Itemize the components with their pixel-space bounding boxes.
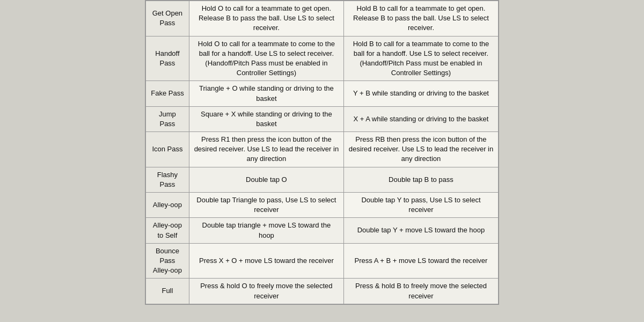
row-label-3: Jump Pass [146,106,189,131]
ps-desc-8: Press X + O + move LS toward the receive… [189,243,343,279]
row-label-0: Get Open Pass [146,1,189,36]
ps-desc-5: Double tap O [189,167,343,192]
ps-desc-6: Double tap Triangle to pass, Use LS to s… [189,193,343,218]
row-label-4: Icon Pass [146,132,189,167]
ps-desc-9: Press & hold O to freely move the select… [189,279,343,304]
ps-desc-7: Double tap triangle + move LS toward the… [189,218,343,243]
ps-desc-4: Press R1 then press the icon button of t… [189,132,343,167]
row-label-1: Handoff Pass [146,36,189,81]
xbox-desc-3: X + A while standing or driving to the b… [343,106,498,131]
xbox-desc-4: Press RB then press the icon button of t… [343,132,498,167]
xbox-desc-5: Double tap B to pass [343,167,498,192]
row-label-5: Flashy Pass [146,167,189,192]
row-label-7: Alley-oop to Self [146,218,189,243]
xbox-desc-7: Double tap Y + move LS toward the hoop [343,218,498,243]
ps-desc-2: Triangle + O while standing or driving t… [189,81,343,106]
xbox-desc-9: Press & hold B to freely move the select… [343,279,498,304]
xbox-desc-1: Hold B to call for a teammate to come to… [343,36,498,81]
ps-desc-0: Hold O to call for a teammate to get ope… [189,1,343,36]
controls-table: Get Open PassHold O to call for a teamma… [145,0,499,305]
row-label-2: Fake Pass [146,81,189,106]
row-label-8: Bounce Pass Alley-oop [146,243,189,279]
xbox-desc-0: Hold B to call for a teammate to get ope… [343,1,498,36]
row-label-6: Alley-oop [146,193,189,218]
xbox-desc-2: Y + B while standing or driving to the b… [343,81,498,106]
ps-desc-3: Square + X while standing or driving to … [189,106,343,131]
xbox-desc-8: Press A + B + move LS toward the receive… [343,243,498,279]
row-label-9: Full [146,279,189,304]
xbox-desc-6: Double tap Y to pass, Use LS to select r… [343,193,498,218]
ps-desc-1: Hold O to call for a teammate to come to… [189,36,343,81]
